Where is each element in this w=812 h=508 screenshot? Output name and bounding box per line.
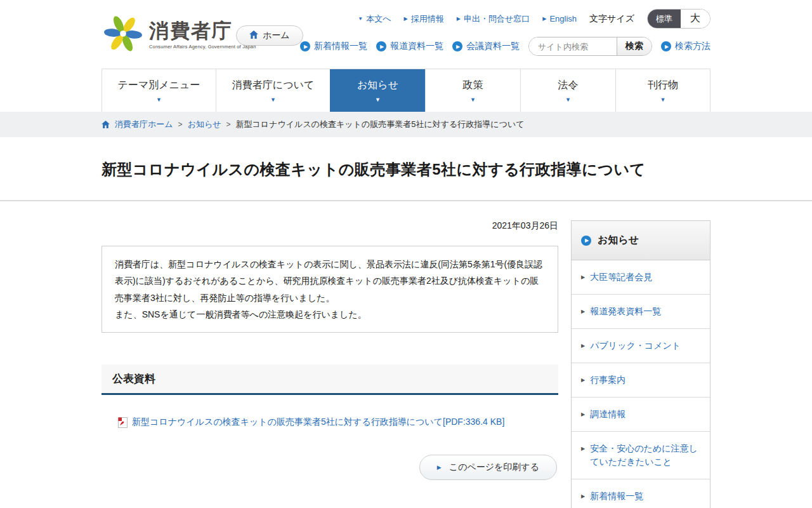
- quick-link-label: 報道資料一覧: [390, 41, 443, 52]
- font-size-standard-button[interactable]: 標準: [648, 10, 681, 28]
- sidebar-item-safety-notice[interactable]: 安全・安心のために注意していただきたいこと: [572, 432, 710, 479]
- nav-label: テーマ別メニュー: [118, 79, 200, 90]
- breadcrumb-separator: >: [178, 120, 183, 129]
- quick-link-label: 検索方法: [675, 41, 710, 52]
- breadcrumb: 消費者庁ホーム > お知らせ > 新型コロナウイルスの検査キットの販売事業者5社…: [102, 112, 710, 137]
- nav-label: 政策: [463, 79, 483, 90]
- breadcrumb-home-link[interactable]: 消費者庁ホーム: [115, 119, 173, 130]
- nav-publications[interactable]: 刊行物 ▼: [615, 69, 710, 112]
- top-link-label: 本文へ: [366, 13, 391, 25]
- breadcrumb-separator: >: [226, 120, 231, 129]
- skip-to-content-link[interactable]: 本文へ: [358, 13, 391, 25]
- home-icon: [249, 30, 258, 41]
- contact-link[interactable]: 申出・問合せ窓口: [457, 13, 530, 25]
- arrow-circle-icon: ▶: [581, 236, 591, 246]
- nav-label: 刊行物: [648, 79, 678, 90]
- pdf-document-link[interactable]: 新型コロナウイルスの検査キットの販売事業者5社に対する行政指導について[PDF:…: [132, 417, 504, 428]
- logo-title: 消費者庁: [149, 20, 233, 42]
- title-band: 新型コロナウイルスの検査キットの販売事業者5社に対する行政指導について: [0, 137, 812, 201]
- home-button[interactable]: ホーム: [236, 25, 303, 46]
- new-info-list-link[interactable]: ▶ 新着情報一覧: [300, 41, 367, 52]
- top-link-label: 申出・問合せ窓口: [464, 13, 530, 25]
- chevron-down-icon: ▼: [521, 97, 615, 103]
- summary-paragraph-2: また、SNSを通じて一般消費者等への注意喚起を行いました。: [115, 306, 545, 323]
- arrow-circle-icon: ▶: [376, 41, 386, 51]
- pdf-icon: [118, 417, 128, 428]
- print-button-label: このページを印刷する: [449, 462, 539, 473]
- nav-policy[interactable]: 政策 ▼: [425, 69, 520, 112]
- sidebar-item-events[interactable]: 行事案内: [572, 363, 710, 398]
- quick-link-label: 新着情報一覧: [314, 41, 367, 52]
- sidebar-item-public-comment[interactable]: パブリック・コメント: [572, 329, 710, 363]
- arrow-circle-icon: ▶: [661, 41, 671, 51]
- sidebar-title: お知らせ: [598, 234, 639, 247]
- sidebar-item-label: 調達情報: [590, 408, 625, 421]
- breadcrumb-band: 消費者庁ホーム > お知らせ > 新型コロナウイルスの検査キットの販売事業者5社…: [0, 112, 812, 137]
- summary-box: 消費者庁は、新型コロナウイルスの検査キットの表示に関し、景品表示法に違反(同法第…: [102, 246, 558, 333]
- publish-date: 2021年03月26日: [102, 220, 558, 232]
- chevron-down-icon: ▼: [331, 97, 425, 103]
- main-column: 2021年03月26日 消費者庁は、新型コロナウイルスの検査キットの表示に関し、…: [102, 220, 558, 480]
- sidebar-item-new-info[interactable]: 新着情報一覧: [572, 479, 710, 508]
- nav-label: 消費者庁について: [232, 79, 315, 90]
- sidebar-item-label: パブリック・コメント: [590, 339, 681, 352]
- summary-paragraph-1: 消費者庁は、新型コロナウイルスの検査キットの表示に関し、景品表示法に違反(同法第…: [115, 256, 545, 306]
- sidebar-item-press-releases[interactable]: 報道発表資料一覧: [572, 295, 710, 329]
- nav-label: お知らせ: [357, 79, 398, 90]
- font-size-label: 文字サイズ: [589, 13, 634, 25]
- chevron-down-icon: ▼: [102, 97, 216, 103]
- top-link-label: English: [549, 14, 577, 23]
- sidebar-item-label: 安全・安心のために注意していただきたいこと: [590, 442, 702, 469]
- sidebar-item-label: 報道発表資料一覧: [590, 305, 661, 318]
- nav-news[interactable]: お知らせ ▼: [330, 69, 425, 112]
- content-area: 2021年03月26日 消費者庁は、新型コロナウイルスの検査キットの表示に関し、…: [102, 201, 710, 508]
- site-header: 消費者庁 Consumer Affairs Agency, Government…: [0, 0, 812, 69]
- site-search: 検索: [528, 37, 652, 56]
- search-help-link[interactable]: ▶ 検索方法: [661, 41, 710, 52]
- agency-logo[interactable]: 消費者庁 Consumer Affairs Agency, Government…: [103, 14, 256, 56]
- nav-theme-menu[interactable]: テーマ別メニュー ▼: [102, 69, 216, 112]
- meeting-material-list-link[interactable]: ▶ 会議資料一覧: [452, 41, 520, 52]
- font-size-large-button[interactable]: 大: [681, 10, 710, 28]
- quick-link-label: 会議資料一覧: [466, 41, 520, 52]
- english-link[interactable]: English: [542, 14, 577, 23]
- arrow-circle-icon: ▶: [300, 41, 310, 51]
- sidebar-header[interactable]: ▶ お知らせ: [572, 221, 710, 260]
- font-size-toggle: 標準 大: [647, 9, 710, 29]
- home-button-label: ホーム: [263, 30, 290, 41]
- sidebar-item-procurement[interactable]: 調達情報: [572, 398, 710, 432]
- chevron-down-icon: ▼: [216, 97, 330, 103]
- sidebar-item-label: 大臣等記者会見: [590, 271, 652, 284]
- page-title: 新型コロナウイルスの検査キットの販売事業者5社に対する行政指導について: [102, 159, 710, 180]
- global-nav: テーマ別メニュー ▼ 消費者庁について ▼ お知らせ ▼ 政策 ▼ 法令 ▼ 刊…: [102, 69, 710, 112]
- nav-laws[interactable]: 法令 ▼: [520, 69, 615, 112]
- breadcrumb-current: 新型コロナウイルスの検査キットの販売事業者5社に対する行政指導について: [236, 119, 525, 130]
- sidebar-item-label: 新着情報一覧: [590, 490, 643, 503]
- recruit-link[interactable]: 採用情報: [404, 13, 444, 25]
- search-input[interactable]: [529, 37, 617, 55]
- nav-about-caa[interactable]: 消費者庁について ▼: [216, 69, 330, 112]
- print-page-button[interactable]: このページを印刷する: [419, 455, 557, 480]
- search-button[interactable]: 検索: [617, 37, 652, 55]
- documents-section-header: 公表資料: [102, 364, 558, 395]
- pdf-link-row: 新型コロナウイルスの検査キットの販売事業者5社に対する行政指導について[PDF:…: [102, 417, 558, 428]
- breadcrumb-section-link[interactable]: お知らせ: [188, 119, 221, 130]
- sidebar-item-label: 行事案内: [590, 373, 625, 387]
- top-link-label: 採用情報: [411, 13, 444, 25]
- press-material-list-link[interactable]: ▶ 報道資料一覧: [376, 41, 443, 52]
- arrow-circle-icon: ▶: [452, 41, 462, 51]
- pinwheel-logo-icon: [103, 14, 143, 56]
- chevron-down-icon: ▼: [616, 97, 710, 103]
- sidebar: ▶ お知らせ 大臣等記者会見 報道発表資料一覧 パブリック・コメント 行事案内 …: [571, 220, 710, 508]
- chevron-down-icon: ▼: [426, 97, 520, 103]
- sidebar-item-press-conference[interactable]: 大臣等記者会見: [572, 260, 710, 295]
- logo-subtitle: Consumer Affairs Agency, Government of J…: [149, 44, 256, 50]
- nav-label: 法令: [558, 79, 579, 90]
- home-icon: [102, 121, 110, 128]
